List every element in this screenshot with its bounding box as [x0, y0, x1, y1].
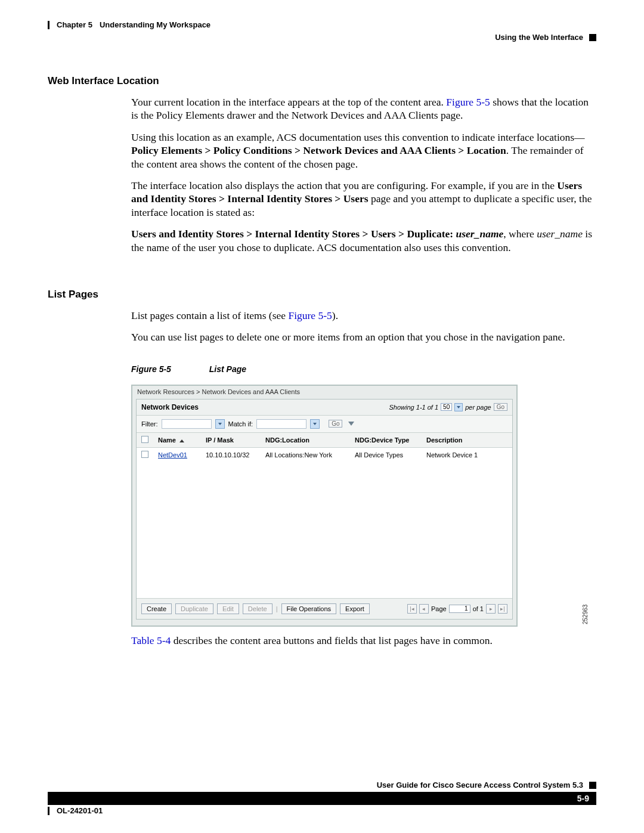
per-page-dropdown-icon[interactable]: [454, 403, 463, 411]
table-empty-area: [137, 462, 512, 598]
text: Your current location in the interface a…: [131, 96, 446, 108]
figure-list-page: Network Resources > Network Devices and …: [131, 385, 518, 627]
pager-next-icon[interactable]: ▸: [486, 604, 496, 614]
text: , where: [503, 228, 537, 240]
heading-web-interface-location: Web Interface Location: [48, 75, 596, 87]
edit-button[interactable]: Edit: [217, 603, 239, 614]
per-page-label: per page: [465, 404, 491, 411]
duplicate-button[interactable]: Duplicate: [175, 603, 213, 614]
footer-doc-number: OL-24201-01: [57, 806, 103, 815]
per-page-value[interactable]: 50: [441, 403, 452, 411]
sort-asc-icon[interactable]: [179, 439, 184, 442]
row-checkbox[interactable]: [141, 451, 148, 458]
footer-square-icon: [589, 782, 596, 789]
filter-dropdown-icon[interactable]: [215, 419, 225, 429]
file-operations-button[interactable]: File Operations: [281, 603, 337, 614]
match-if-label: Match if:: [228, 420, 253, 428]
heading-list-pages: List Pages: [48, 289, 596, 301]
figure-id-number: 252963: [582, 604, 589, 624]
text: The interface location also displays the…: [131, 179, 557, 191]
filter-label: Filter:: [141, 420, 158, 428]
page-footer: User Guide for Cisco Secure Access Contr…: [48, 781, 596, 815]
bold-path: Users and Identity Stores > Internal Ide…: [131, 228, 456, 240]
italic-username: user_name: [537, 228, 583, 240]
pager-last-icon[interactable]: ▸|: [498, 604, 507, 614]
figure-title: List Page: [209, 364, 246, 374]
device-name-link[interactable]: NetDev01: [158, 451, 187, 459]
match-dropdown-icon[interactable]: [310, 419, 320, 429]
panel-title: Network Devices: [141, 403, 199, 411]
col-name[interactable]: Name: [158, 436, 176, 444]
filter-go-button[interactable]: Go: [329, 420, 342, 428]
device-table: Name IP / Mask NDG:Location NDG:Device T…: [137, 433, 512, 462]
pager-of-label: of 1: [473, 605, 484, 612]
col-description[interactable]: Description: [422, 433, 512, 448]
filter-field[interactable]: [162, 419, 212, 429]
header-square-icon: [589, 34, 596, 41]
delete-button[interactable]: Delete: [243, 603, 273, 614]
text: ).: [332, 309, 338, 321]
footer-page-number: 5-9: [570, 794, 596, 803]
export-button[interactable]: Export: [340, 603, 370, 614]
pager-page-input[interactable]: 1: [449, 605, 470, 613]
text: List pages contain a list of items (see: [131, 309, 288, 321]
col-device-type[interactable]: NDG:Device Type: [350, 433, 422, 448]
select-all-checkbox[interactable]: [141, 436, 148, 443]
text: Using this location as an example, ACS d…: [131, 131, 585, 143]
cell-device-type: All Device Types: [350, 447, 422, 462]
pager: |◂ ◂ Page 1 of 1 ▸ ▸|: [407, 604, 507, 614]
header-bar-icon: [48, 21, 49, 29]
pager-prev-icon[interactable]: ◂: [419, 604, 429, 614]
showing-label: Showing 1-1 of 1: [389, 404, 439, 411]
link-table-5-4[interactable]: Table 5-4: [131, 634, 171, 646]
table-row[interactable]: NetDev01 10.10.10.10/32 All Locations:Ne…: [137, 447, 512, 462]
match-field[interactable]: [256, 419, 306, 429]
breadcrumb: Network Resources > Network Devices and …: [132, 386, 516, 399]
cell-location: All Locations:New York: [261, 447, 350, 462]
running-header: Chapter 5 Understanding My Workspace: [48, 20, 596, 29]
link-figure-5-5[interactable]: Figure 5-5: [288, 309, 332, 321]
cell-ip: 10.10.10.10/32: [201, 447, 261, 462]
pager-first-icon[interactable]: |◂: [407, 604, 417, 614]
chapter-label: Chapter 5: [57, 20, 92, 29]
body-web-interface: Your current location in the interface a…: [131, 95, 596, 254]
col-location[interactable]: NDG:Location: [261, 433, 350, 448]
bold-path: Policy Elements > Policy Conditions > Ne…: [131, 144, 506, 156]
create-button[interactable]: Create: [141, 603, 172, 614]
pager-page-label: Page: [431, 605, 447, 612]
col-ip[interactable]: IP / Mask: [201, 433, 261, 448]
body-after-figure: Table 5-4 describes the content area but…: [131, 634, 596, 647]
body-list-pages: List pages contain a list of items (see …: [131, 309, 596, 344]
go-button[interactable]: Go: [494, 403, 507, 411]
cell-description: Network Device 1: [422, 447, 512, 462]
footer-bar-icon: [48, 807, 49, 815]
figure-number: Figure 5-5: [131, 364, 171, 374]
italic-username: user_name: [456, 228, 504, 240]
expand-filter-icon[interactable]: [348, 422, 354, 426]
link-figure-5-5[interactable]: Figure 5-5: [446, 96, 490, 108]
text: You can use list pages to delete one or …: [131, 330, 596, 343]
footer-guide-title: User Guide for Cisco Secure Access Contr…: [377, 781, 583, 789]
figure-caption: Figure 5-5 List Page: [131, 364, 596, 374]
section-subtitle: Using the Web Interface: [495, 33, 583, 42]
text: describes the content area buttons and f…: [171, 634, 492, 646]
chapter-title: Understanding My Workspace: [100, 20, 210, 29]
